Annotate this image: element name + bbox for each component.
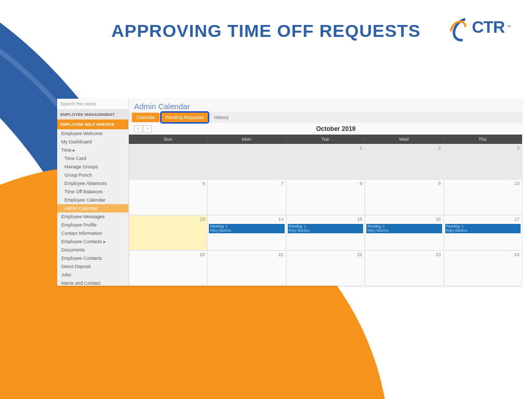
event-title: Pending: 1 [210, 224, 227, 228]
day-number: 1 [360, 145, 362, 151]
cal-cell[interactable]: 1 [286, 144, 365, 179]
sidebar-item-time[interactable]: Time ▸ [57, 146, 128, 154]
cal-cell[interactable] [129, 144, 207, 179]
cal-cell[interactable]: 20 [129, 250, 207, 286]
prev-month-button[interactable]: ‹ [134, 125, 142, 132]
day-number: 16 [436, 217, 441, 222]
sidebar-item-contactinfo[interactable]: Contact Information [57, 229, 128, 237]
sidebar: Search the menu EMPLOYEE MANAGEMENT EMPL… [57, 99, 129, 286]
logo-trademark: ™ [507, 24, 511, 30]
logo-swoosh-icon [450, 16, 470, 38]
sidebar-item-empcontacts2[interactable]: Employee Contacts [57, 254, 128, 262]
sidebar-item-messages[interactable]: Employee Messages [57, 212, 128, 221]
day-number: 22 [357, 252, 362, 257]
sidebar-item-empcontacts[interactable]: Employee Contacts ▸ [57, 237, 128, 246]
sidebar-item-empcal[interactable]: Employee Calendar [57, 196, 128, 204]
tab-pending-requests[interactable]: Pending Requests [162, 113, 208, 122]
event-title: Pending: 1 [446, 224, 463, 228]
day-hdr-mon: Mon [207, 135, 286, 144]
sidebar-item-documents[interactable]: Documents [57, 246, 128, 254]
cal-cell[interactable]: 3 [444, 144, 522, 179]
sidebar-header-self-service[interactable]: EMPLOYEE SELF SERVICE [57, 119, 128, 129]
day-number: 6 [202, 181, 205, 186]
event-title: Pending: 1 [367, 224, 384, 228]
sidebar-item-admincal[interactable]: Admin Calendar [57, 204, 128, 212]
day-number: 9 [438, 181, 441, 186]
cal-cell[interactable]: 2 [365, 144, 443, 179]
cal-cell[interactable]: 16 Pending: 1Riley Baldino [365, 215, 443, 250]
event-person: Riley Baldino [367, 229, 389, 232]
sidebar-item-managegroups[interactable]: Manage Groups [57, 163, 128, 171]
cal-cell[interactable]: 7 [207, 179, 286, 215]
sidebar-item-directdeposit[interactable]: Direct Deposit [57, 262, 128, 271]
ctr-logo: CTR ™ [450, 16, 511, 38]
day-number: 13 [200, 217, 205, 222]
calendar-toolbar: ‹ › October 2019 [129, 123, 522, 135]
pending-event[interactable]: Pending: 1Riley Baldino [445, 224, 521, 233]
day-hdr-wed: Wed [365, 135, 443, 144]
main-title: Admin Calendar [129, 99, 522, 112]
cal-cell[interactable] [207, 144, 286, 179]
sidebar-item-profile[interactable]: Employee Profile [57, 221, 128, 229]
day-hdr-thu: Thu [444, 135, 522, 144]
cal-cell[interactable]: 6 [129, 179, 207, 215]
sidebar-item-grouppunch[interactable]: Group Punch [57, 171, 128, 179]
month-nav: ‹ › [134, 125, 152, 132]
tab-bar: Calendar Pending Requests History [129, 112, 522, 123]
day-number: 21 [278, 252, 284, 257]
cal-cell[interactable]: 21 [207, 250, 286, 286]
sidebar-item-timecard[interactable]: Time Card [57, 154, 128, 163]
pending-event[interactable]: Pending: 1Riley Baldino [366, 224, 442, 233]
search-input[interactable]: Search the menu [57, 99, 128, 110]
cal-cell-today[interactable]: 13 [129, 215, 207, 250]
tab-history[interactable]: History [210, 113, 233, 122]
app-screenshot: Search the menu EMPLOYEE MANAGEMENT EMPL… [57, 99, 522, 286]
sidebar-item-namecontact[interactable]: Name and Contact Information [57, 279, 128, 286]
next-month-button[interactable]: › [143, 125, 152, 132]
month-label: October 2019 [155, 125, 517, 132]
day-number: 23 [436, 252, 441, 257]
cal-cell[interactable]: 8 [286, 179, 365, 215]
cal-cell[interactable]: 14 Pending: 1Riley Baldino [207, 215, 286, 250]
day-number: 10 [514, 181, 520, 186]
day-number: 8 [360, 181, 362, 186]
event-person: Riley Baldino [289, 229, 310, 232]
sidebar-item-timeoffbal[interactable]: Time Off Balances [57, 188, 128, 196]
pending-event[interactable]: Pending: 1Riley Baldino [288, 224, 363, 233]
day-number: 7 [281, 181, 284, 186]
sidebar-header-emp-mgmt[interactable]: EMPLOYEE MANAGEMENT [57, 110, 128, 119]
logo-text: CTR [472, 18, 504, 37]
event-person: Riley Baldino [446, 229, 468, 232]
day-number: 20 [200, 252, 205, 257]
main-pane: Admin Calendar Calendar Pending Requests… [129, 99, 522, 286]
event-title: Pending: 1 [289, 224, 306, 228]
calendar-grid: Sun Mon Tue Wed Thu 1 2 3 6 7 8 9 10 13 … [129, 135, 522, 286]
cal-cell[interactable]: 9 [365, 179, 443, 215]
sidebar-item-dashboard[interactable]: My Dashboard [57, 138, 128, 146]
pending-event[interactable]: Pending: 1Riley Baldino [209, 224, 284, 233]
sidebar-item-welcome[interactable]: Employee Welcome [57, 129, 128, 138]
day-number: 24 [514, 252, 520, 257]
tab-calendar[interactable]: Calendar [132, 113, 159, 122]
day-number: 3 [517, 145, 520, 151]
cal-cell[interactable]: 22 [286, 250, 365, 286]
day-number: 2 [438, 145, 441, 151]
cal-cell[interactable]: 17 Pending: 1Riley Baldino [444, 215, 522, 250]
event-person: Riley Baldino [210, 229, 231, 232]
day-number: 17 [514, 217, 520, 222]
sidebar-item-absences[interactable]: Employee Absences [57, 179, 128, 188]
cal-cell[interactable]: 23 [365, 250, 443, 286]
day-number: 14 [278, 217, 284, 222]
cal-cell[interactable]: 10 [444, 179, 522, 215]
day-hdr-tue: Tue [286, 135, 365, 144]
cal-cell[interactable]: 15 Pending: 1Riley Baldino [286, 215, 365, 250]
day-hdr-sun: Sun [129, 135, 207, 144]
day-number: 15 [357, 217, 362, 222]
cal-cell[interactable]: 24 [444, 250, 522, 286]
sidebar-item-jobs[interactable]: Jobs [57, 271, 128, 279]
